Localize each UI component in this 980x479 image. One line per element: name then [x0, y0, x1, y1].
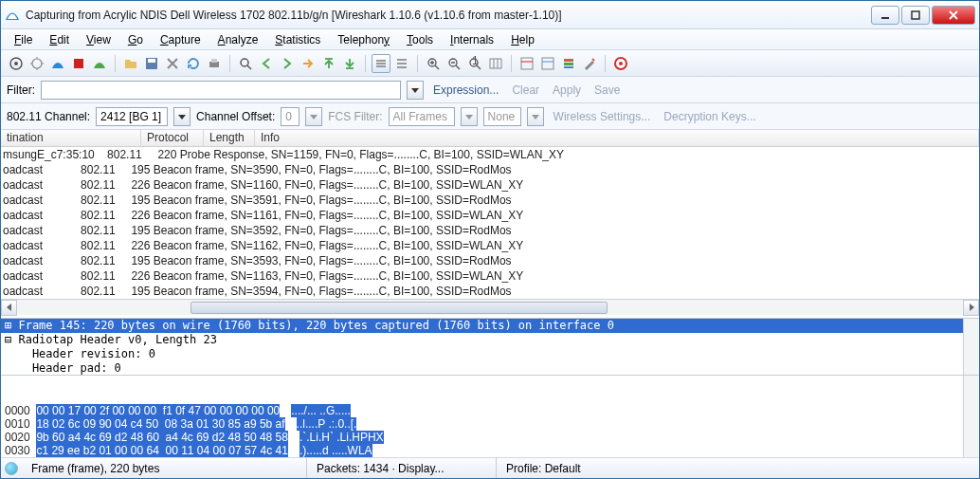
- hex-row[interactable]: 0000 00 00 17 00 2f 00 00 00 f1 0f 47 00…: [5, 404, 975, 417]
- maximize-button[interactable]: [901, 6, 930, 25]
- zoom-in-icon[interactable]: [424, 54, 443, 73]
- decrypt-mode-select[interactable]: None: [483, 107, 521, 126]
- channel-dropdown-icon[interactable]: [173, 107, 191, 126]
- packet-list-pane[interactable]: tination Protocol Length Info msungE_c7:…: [1, 130, 979, 319]
- packet-row[interactable]: oadcast 802.11 195 Beacon frame, SN=3594…: [3, 284, 979, 299]
- filter-input[interactable]: [41, 81, 401, 100]
- col-protocol[interactable]: Protocol: [141, 130, 204, 146]
- menu-telephony[interactable]: Telephony: [330, 31, 397, 48]
- svg-rect-22: [521, 58, 533, 69]
- fcs-label: FCS Filter:: [328, 110, 382, 123]
- packet-bytes-pane[interactable]: 0000 00 00 17 00 2f 00 00 00 f1 0f 47 00…: [1, 376, 979, 457]
- save-filter-button[interactable]: Save: [590, 83, 624, 97]
- zoom-100-icon[interactable]: 1: [465, 54, 484, 73]
- svg-text:1: 1: [472, 56, 479, 67]
- goto-first-icon[interactable]: [319, 54, 338, 73]
- packet-row[interactable]: oadcast 802.11 226 Beacon frame, SN=1163…: [3, 268, 979, 284]
- offset-select[interactable]: 0: [281, 107, 299, 126]
- clear-button[interactable]: Clear: [508, 83, 543, 97]
- autoscroll-icon[interactable]: [392, 54, 411, 73]
- open-icon[interactable]: [121, 54, 140, 73]
- close-button[interactable]: [932, 6, 975, 25]
- wireshark-icon: [5, 8, 20, 23]
- packet-list-hscroll[interactable]: [1, 299, 979, 315]
- stop-capture-icon[interactable]: [69, 54, 88, 73]
- menu-view[interactable]: View: [79, 31, 118, 48]
- interfaces-icon[interactable]: [7, 54, 26, 73]
- packet-row[interactable]: oadcast 802.11 226 Beacon frame, SN=1161…: [3, 208, 979, 223]
- detail-header-revision[interactable]: Header revision: 0: [1, 347, 979, 361]
- packet-row[interactable]: oadcast 802.11 195 Beacon frame, SN=3593…: [3, 253, 979, 268]
- prev-icon[interactable]: [257, 54, 276, 73]
- expression-button[interactable]: Expression...: [429, 83, 502, 97]
- packet-row[interactable]: oadcast 802.11 226 Beacon frame, SN=1162…: [3, 238, 979, 253]
- colorize-icon[interactable]: [372, 54, 390, 73]
- fcs-dropdown-icon[interactable]: [461, 107, 478, 126]
- status-profile[interactable]: Profile: Default: [496, 458, 975, 478]
- packet-row[interactable]: oadcast 802.11 195 Beacon frame, SN=3591…: [3, 193, 979, 208]
- prefs-icon[interactable]: [580, 54, 599, 73]
- hex-row[interactable]: 0010 18 02 6c 09 90 04 c4 50 08 3a 01 30…: [5, 417, 975, 431]
- menu-analyze[interactable]: Analyze: [210, 31, 266, 48]
- decryption-keys-button[interactable]: Decryption Keys...: [660, 110, 759, 123]
- goto-last-icon[interactable]: [340, 54, 359, 73]
- channel-label: 802.11 Channel:: [7, 110, 90, 123]
- packet-row[interactable]: oadcast 802.11 226 Beacon frame, SN=1160…: [3, 177, 979, 193]
- packet-row[interactable]: msungE_c7:35:10 802.11 220 Probe Respons…: [3, 147, 979, 162]
- menu-internals[interactable]: Internals: [443, 31, 501, 48]
- filter-dropdown-button[interactable]: [407, 81, 424, 100]
- svg-rect-25: [564, 63, 573, 65]
- menu-go[interactable]: Go: [120, 31, 151, 48]
- detail-frame-summary[interactable]: ⊞ Frame 145: 220 bytes on wire (1760 bit…: [1, 319, 979, 333]
- hex-row[interactable]: 0020 9b 60 a4 4c 69 d2 48 60 a4 4c 69 d2…: [5, 431, 975, 444]
- fcs-select[interactable]: All Frames: [389, 107, 455, 126]
- zoom-out-icon[interactable]: [445, 54, 463, 73]
- reload-icon[interactable]: [184, 54, 203, 73]
- find-icon[interactable]: [236, 54, 255, 73]
- restart-capture-icon[interactable]: [90, 54, 109, 73]
- detail-radiotap-header[interactable]: ⊟ Radiotap Header v0, Length 23: [1, 333, 979, 347]
- packet-row[interactable]: oadcast 802.11 195 Beacon frame, SN=3590…: [3, 162, 979, 177]
- print-icon[interactable]: [205, 54, 224, 73]
- minimize-button[interactable]: [871, 6, 899, 25]
- scroll-right-icon[interactable]: [963, 300, 979, 316]
- details-vscroll[interactable]: [963, 319, 979, 375]
- svg-rect-0: [881, 17, 889, 19]
- scroll-left-icon[interactable]: [1, 300, 17, 316]
- packet-row[interactable]: oadcast 802.11 195 Beacon frame, SN=3592…: [3, 223, 979, 238]
- col-destination[interactable]: tination: [1, 130, 141, 146]
- options-icon[interactable]: [27, 54, 46, 73]
- menu-edit[interactable]: Edit: [42, 31, 77, 48]
- channel-select[interactable]: 2412 [BG 1]: [96, 107, 168, 126]
- menu-capture[interactable]: Capture: [153, 31, 209, 48]
- wireless-toolbar: 802.11 Channel: 2412 [BG 1] Channel Offs…: [1, 103, 979, 130]
- wireless-settings-button[interactable]: Wireless Settings...: [550, 110, 655, 123]
- goto-icon[interactable]: [299, 54, 318, 73]
- coloring-rules-icon[interactable]: [559, 54, 578, 73]
- col-info[interactable]: Info: [255, 130, 979, 146]
- offset-dropdown-icon[interactable]: [305, 107, 322, 126]
- menu-tools[interactable]: Tools: [399, 31, 441, 48]
- svg-rect-21: [490, 59, 501, 68]
- help-icon[interactable]: [611, 54, 630, 73]
- start-capture-icon[interactable]: [48, 54, 67, 73]
- expert-info-icon[interactable]: [5, 462, 18, 475]
- scroll-thumb[interactable]: [191, 302, 608, 314]
- packet-details-pane[interactable]: ⊞ Frame 145: 220 bytes on wire (1760 bit…: [1, 319, 979, 376]
- save-icon[interactable]: [142, 54, 161, 73]
- bytes-vscroll[interactable]: [963, 376, 979, 457]
- hex-row[interactable]: 0030 c1 29 ee b2 01 00 00 64 00 11 04 00…: [5, 444, 975, 457]
- display-filters-icon[interactable]: [538, 54, 557, 73]
- capture-filters-icon[interactable]: [517, 54, 536, 73]
- col-length[interactable]: Length: [204, 130, 255, 146]
- resize-columns-icon[interactable]: [486, 54, 505, 73]
- decrypt-dropdown-icon[interactable]: [527, 107, 544, 126]
- menu-file[interactable]: File: [7, 31, 40, 48]
- menu-help[interactable]: Help: [503, 31, 542, 48]
- menu-statistics[interactable]: Statistics: [267, 31, 328, 48]
- close-file-icon[interactable]: [163, 54, 182, 73]
- svg-rect-15: [397, 63, 407, 64]
- apply-button[interactable]: Apply: [549, 83, 585, 97]
- detail-header-pad[interactable]: Header pad: 0: [1, 361, 979, 376]
- next-icon[interactable]: [278, 54, 297, 73]
